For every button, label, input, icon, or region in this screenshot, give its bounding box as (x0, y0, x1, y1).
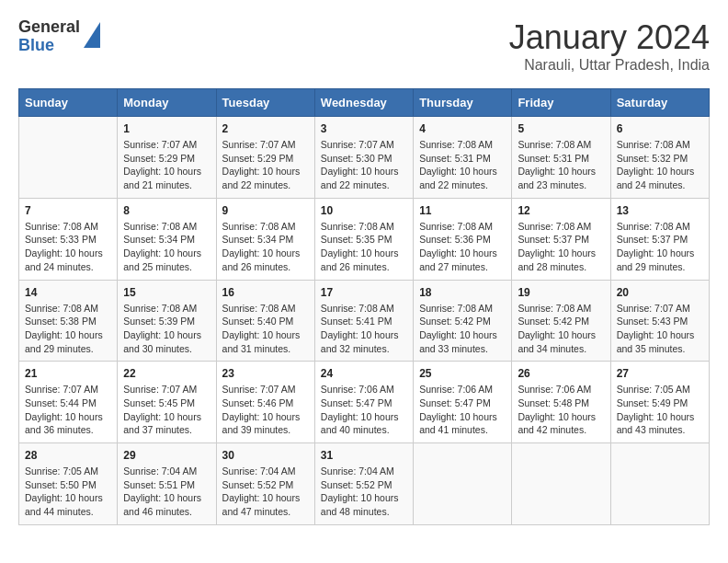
day-info: Sunrise: 7:05 AM Sunset: 5:50 PM Dayligh… (25, 465, 111, 519)
calendar-cell: 1Sunrise: 7:07 AM Sunset: 5:29 PM Daylig… (118, 117, 216, 199)
day-number: 28 (25, 449, 111, 462)
calendar-cell: 29Sunrise: 7:04 AM Sunset: 5:51 PM Dayli… (118, 443, 216, 525)
day-number: 22 (123, 367, 210, 380)
day-number: 10 (321, 204, 407, 217)
day-number: 19 (518, 286, 604, 299)
day-number: 30 (222, 449, 309, 462)
page-header: General Blue January 2024 Narauli, Uttar… (18, 18, 710, 74)
day-info: Sunrise: 7:04 AM Sunset: 5:51 PM Dayligh… (123, 465, 210, 519)
day-number: 4 (419, 122, 506, 135)
day-info: Sunrise: 7:08 AM Sunset: 5:35 PM Dayligh… (321, 220, 407, 274)
calendar-cell (414, 443, 512, 525)
day-info: Sunrise: 7:04 AM Sunset: 5:52 PM Dayligh… (222, 465, 309, 519)
calendar-cell: 3Sunrise: 7:07 AM Sunset: 5:30 PM Daylig… (314, 117, 413, 199)
calendar-cell (512, 443, 610, 525)
week-row-5: 28Sunrise: 7:05 AM Sunset: 5:50 PM Dayli… (19, 443, 710, 525)
day-info: Sunrise: 7:08 AM Sunset: 5:39 PM Dayligh… (123, 302, 210, 356)
week-row-4: 21Sunrise: 7:07 AM Sunset: 5:44 PM Dayli… (19, 362, 710, 443)
day-info: Sunrise: 7:08 AM Sunset: 5:32 PM Dayligh… (617, 138, 703, 192)
day-number: 9 (222, 204, 309, 217)
calendar-subtitle: Narauli, Uttar Pradesh, India (509, 57, 710, 74)
calendar-cell: 17Sunrise: 7:08 AM Sunset: 5:41 PM Dayli… (314, 280, 413, 362)
title-block: January 2024 Narauli, Uttar Pradesh, Ind… (509, 18, 710, 74)
calendar-cell (19, 117, 118, 199)
header-row: SundayMondayTuesdayWednesdayThursdayFrid… (19, 89, 710, 117)
logo: General Blue (18, 18, 100, 55)
calendar-cell: 28Sunrise: 7:05 AM Sunset: 5:50 PM Dayli… (19, 443, 118, 525)
calendar-cell: 2Sunrise: 7:07 AM Sunset: 5:29 PM Daylig… (216, 117, 314, 199)
day-number: 24 (321, 367, 407, 380)
week-row-1: 1Sunrise: 7:07 AM Sunset: 5:29 PM Daylig… (19, 117, 710, 199)
header-cell-sunday: Sunday (19, 89, 118, 117)
day-number: 16 (222, 286, 309, 299)
calendar-cell: 9Sunrise: 7:08 AM Sunset: 5:34 PM Daylig… (216, 198, 314, 280)
day-number: 20 (617, 286, 703, 299)
day-info: Sunrise: 7:07 AM Sunset: 5:30 PM Dayligh… (321, 138, 407, 192)
day-info: Sunrise: 7:06 AM Sunset: 5:48 PM Dayligh… (518, 383, 604, 437)
day-number: 5 (518, 122, 604, 135)
calendar-cell: 21Sunrise: 7:07 AM Sunset: 5:44 PM Dayli… (19, 362, 118, 443)
calendar-cell (610, 443, 709, 525)
logo-line1: General (18, 18, 80, 37)
calendar-cell: 31Sunrise: 7:04 AM Sunset: 5:52 PM Dayli… (314, 443, 413, 525)
logo-line2: Blue (18, 37, 80, 55)
calendar-cell: 20Sunrise: 7:07 AM Sunset: 5:43 PM Dayli… (610, 280, 709, 362)
calendar-cell: 14Sunrise: 7:08 AM Sunset: 5:38 PM Dayli… (19, 280, 118, 362)
day-number: 15 (123, 286, 210, 299)
day-info: Sunrise: 7:04 AM Sunset: 5:52 PM Dayligh… (321, 465, 407, 519)
calendar-cell: 11Sunrise: 7:08 AM Sunset: 5:36 PM Dayli… (414, 198, 512, 280)
day-number: 18 (419, 286, 506, 299)
calendar-cell: 30Sunrise: 7:04 AM Sunset: 5:52 PM Dayli… (216, 443, 314, 525)
day-number: 13 (617, 204, 703, 217)
day-info: Sunrise: 7:08 AM Sunset: 5:40 PM Dayligh… (222, 302, 309, 356)
calendar-cell: 24Sunrise: 7:06 AM Sunset: 5:47 PM Dayli… (314, 362, 413, 443)
calendar-cell: 16Sunrise: 7:08 AM Sunset: 5:40 PM Dayli… (216, 280, 314, 362)
day-info: Sunrise: 7:08 AM Sunset: 5:41 PM Dayligh… (321, 302, 407, 356)
day-number: 14 (25, 286, 111, 299)
day-number: 21 (25, 367, 111, 380)
day-number: 3 (321, 122, 407, 135)
day-info: Sunrise: 7:08 AM Sunset: 5:42 PM Dayligh… (518, 302, 604, 356)
day-number: 25 (419, 367, 506, 380)
day-info: Sunrise: 7:08 AM Sunset: 5:36 PM Dayligh… (419, 220, 506, 274)
day-info: Sunrise: 7:08 AM Sunset: 5:31 PM Dayligh… (518, 138, 604, 192)
calendar-header: SundayMondayTuesdayWednesdayThursdayFrid… (19, 89, 710, 117)
calendar-cell: 26Sunrise: 7:06 AM Sunset: 5:48 PM Dayli… (512, 362, 610, 443)
day-info: Sunrise: 7:07 AM Sunset: 5:45 PM Dayligh… (123, 383, 210, 437)
day-info: Sunrise: 7:08 AM Sunset: 5:34 PM Dayligh… (123, 220, 210, 274)
day-number: 1 (123, 122, 210, 135)
calendar-cell: 6Sunrise: 7:08 AM Sunset: 5:32 PM Daylig… (610, 117, 709, 199)
day-info: Sunrise: 7:07 AM Sunset: 5:44 PM Dayligh… (25, 383, 111, 437)
day-info: Sunrise: 7:08 AM Sunset: 5:38 PM Dayligh… (25, 302, 111, 356)
calendar-cell: 10Sunrise: 7:08 AM Sunset: 5:35 PM Dayli… (314, 198, 413, 280)
header-cell-thursday: Thursday (414, 89, 512, 117)
day-number: 12 (518, 204, 604, 217)
day-info: Sunrise: 7:08 AM Sunset: 5:33 PM Dayligh… (25, 220, 111, 274)
calendar-cell: 5Sunrise: 7:08 AM Sunset: 5:31 PM Daylig… (512, 117, 610, 199)
day-number: 31 (321, 449, 407, 462)
calendar-cell: 27Sunrise: 7:05 AM Sunset: 5:49 PM Dayli… (610, 362, 709, 443)
calendar-cell: 25Sunrise: 7:06 AM Sunset: 5:47 PM Dayli… (414, 362, 512, 443)
calendar-cell: 4Sunrise: 7:08 AM Sunset: 5:31 PM Daylig… (414, 117, 512, 199)
calendar-cell: 22Sunrise: 7:07 AM Sunset: 5:45 PM Dayli… (118, 362, 216, 443)
calendar-cell: 7Sunrise: 7:08 AM Sunset: 5:33 PM Daylig… (19, 198, 118, 280)
day-info: Sunrise: 7:08 AM Sunset: 5:34 PM Dayligh… (222, 220, 309, 274)
calendar-cell: 18Sunrise: 7:08 AM Sunset: 5:42 PM Dayli… (414, 280, 512, 362)
day-number: 27 (617, 367, 703, 380)
calendar-cell: 23Sunrise: 7:07 AM Sunset: 5:46 PM Dayli… (216, 362, 314, 443)
day-info: Sunrise: 7:08 AM Sunset: 5:37 PM Dayligh… (617, 220, 703, 274)
calendar-cell: 19Sunrise: 7:08 AM Sunset: 5:42 PM Dayli… (512, 280, 610, 362)
header-cell-friday: Friday (512, 89, 610, 117)
calendar-cell: 15Sunrise: 7:08 AM Sunset: 5:39 PM Dayli… (118, 280, 216, 362)
calendar-body: 1Sunrise: 7:07 AM Sunset: 5:29 PM Daylig… (19, 117, 710, 525)
day-info: Sunrise: 7:08 AM Sunset: 5:37 PM Dayligh… (518, 220, 604, 274)
day-info: Sunrise: 7:07 AM Sunset: 5:43 PM Dayligh… (617, 302, 703, 356)
day-info: Sunrise: 7:05 AM Sunset: 5:49 PM Dayligh… (617, 383, 703, 437)
calendar-cell: 13Sunrise: 7:08 AM Sunset: 5:37 PM Dayli… (610, 198, 709, 280)
header-cell-saturday: Saturday (610, 89, 709, 117)
day-number: 8 (123, 204, 210, 217)
day-number: 29 (123, 449, 210, 462)
logo-icon (84, 22, 100, 48)
day-number: 11 (419, 204, 506, 217)
week-row-2: 7Sunrise: 7:08 AM Sunset: 5:33 PM Daylig… (19, 198, 710, 280)
